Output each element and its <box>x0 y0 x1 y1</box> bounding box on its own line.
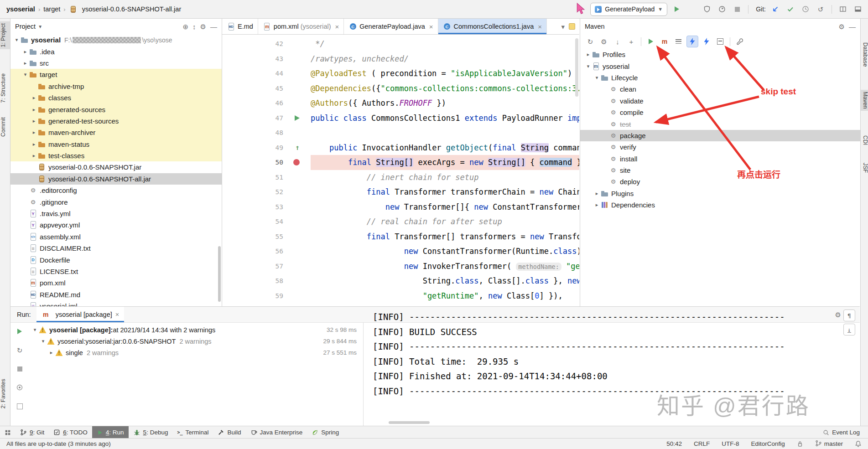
editor-tab[interactable]: CommonsCollections1.java× <box>438 19 547 34</box>
lightning-button[interactable] <box>701 36 712 47</box>
toolwindow-stripe-cdi[interactable]: CDI <box>861 134 868 147</box>
toolwindow-button-4-run[interactable]: 4: Run <box>92 426 129 439</box>
toolwindow-button-build[interactable]: Build <box>213 426 245 439</box>
line-separator[interactable]: CRLF <box>694 440 710 447</box>
editor-scrollbar[interactable] <box>575 38 578 97</box>
project-tree-item[interactable]: ▸maven-status <box>10 139 222 150</box>
build-console[interactable]: [INFO] ---------------------------------… <box>364 307 860 426</box>
breadcrumb-item[interactable]: target <box>43 5 60 13</box>
project-tree-item[interactable]: ▾target <box>10 69 222 80</box>
profiler-button[interactable] <box>717 4 728 15</box>
toolwindow-stripe-2-favorites[interactable]: 2: Favorites <box>0 377 10 410</box>
project-tree-item[interactable]: .editorconfig <box>10 185 222 196</box>
project-scrollbar[interactable] <box>218 246 221 302</box>
skip-tests-button[interactable] <box>686 36 698 47</box>
maven-tree-item-clean[interactable]: clean <box>580 83 860 95</box>
code-line[interactable]: 51 // inert chain for setup <box>222 170 579 185</box>
close-icon[interactable]: × <box>538 23 542 30</box>
scroll-to-end-icon[interactable]: ↓ <box>843 324 855 335</box>
hide-icon[interactable]: — <box>210 23 217 30</box>
settings-icon[interactable]: ⚙ <box>200 23 206 30</box>
run-tree-item[interactable]: ▸single2 warnings27 s 551 ms <box>29 347 363 358</box>
notifications-icon[interactable] <box>855 440 862 447</box>
breadcrumb-item[interactable]: ysoserial-0.0.6-SNAPSHOT-all.jar <box>69 5 182 13</box>
close-icon[interactable]: × <box>115 311 119 318</box>
code-line[interactable]: 53 new Transformer[]{ new ConstantTransf… <box>222 200 579 215</box>
run-tree-item[interactable]: ▾ysoserial [package]: at 2021/9/14 14:34… <box>29 324 363 335</box>
code-line[interactable]: 48 <box>222 125 579 140</box>
chevron-right-icon[interactable]: ▸ <box>585 52 592 57</box>
chevron-right-icon[interactable]: ▸ <box>48 350 55 356</box>
code-line[interactable]: 47public class CommonsCollections1 exten… <box>222 111 579 126</box>
rollback-button[interactable]: ↺ <box>815 4 826 15</box>
toolwindow-stripe-commit[interactable]: Commit <box>0 115 10 139</box>
cursor-button[interactable] <box>575 4 586 15</box>
settings-icon[interactable]: ⚙ <box>839 23 845 30</box>
project-tree-item[interactable]: ▸src <box>10 57 222 69</box>
maven-tree-item-profiles[interactable]: ▸Profiles <box>580 49 860 60</box>
project-tree-item[interactable]: ▸generated-sources <box>10 103 222 115</box>
maven-tree-item-ysoserial[interactable]: ▾ysoserial <box>580 60 860 72</box>
code-editor[interactable]: 42 */43/rawtypes, unchecked/44@PayloadTe… <box>222 35 579 306</box>
project-tree-item[interactable]: ▸test-classes <box>10 150 222 161</box>
toolwindow-stripe-jsf[interactable]: JSF <box>861 161 868 175</box>
maven-tree-item-validate[interactable]: validate <box>580 95 860 107</box>
project-tree-item[interactable]: ▸classes <box>10 92 222 103</box>
commit-button[interactable] <box>785 4 796 15</box>
coverage-button[interactable] <box>702 4 712 15</box>
code-line[interactable]: 57 new InvokerTransformer( methodName: "… <box>222 259 579 274</box>
download-sources-button[interactable]: ↓ <box>612 36 623 47</box>
event-log-button[interactable]: Event Log <box>823 429 868 436</box>
maven-tree-item-test[interactable]: test <box>580 118 860 129</box>
stop-button[interactable] <box>14 363 25 374</box>
chevron-right-icon[interactable]: ▸ <box>31 153 37 159</box>
project-tree-item[interactable]: ▸.idea <box>10 46 222 57</box>
chevron-right-icon[interactable]: ▸ <box>31 95 37 101</box>
close-icon[interactable]: × <box>429 23 433 30</box>
chevron-down-icon[interactable]: ▾ <box>40 338 47 344</box>
generate-sources-button[interactable]: ⚙ <box>598 36 609 47</box>
project-tree-item[interactable]: archive-tmp <box>10 81 222 92</box>
locate-icon[interactable]: ⊕ <box>182 23 188 30</box>
reload-button[interactable]: ↻ <box>585 36 596 47</box>
code-line[interactable]: 50 final String[] execArgs = new String[… <box>222 155 579 170</box>
project-tree-item[interactable]: DISCLAIMER.txt <box>10 243 222 254</box>
toolwindow-button-spring[interactable]: Spring <box>307 426 343 439</box>
toolwindow-switcher-icon[interactable] <box>0 426 16 439</box>
eye-button[interactable] <box>14 382 25 393</box>
chevron-right-icon[interactable]: ▸ <box>593 202 600 208</box>
horizontal-scrollbar[interactable] <box>389 421 430 424</box>
chevron-down-icon[interactable]: ▾ <box>561 23 565 30</box>
project-tree-item[interactable]: .travis.yml <box>10 208 222 219</box>
code-line[interactable]: 58 String.class, Class[].class }, new Ob… <box>222 274 579 289</box>
maven-tree-item-verify[interactable]: verify <box>580 141 860 153</box>
run-configuration-select[interactable]: GeneratePayload▼ <box>590 3 667 16</box>
chevron-down-icon[interactable]: ▾ <box>585 63 592 69</box>
toolwindow-stripe-database[interactable]: Database <box>861 41 868 69</box>
chevron-right-icon[interactable]: ▸ <box>31 129 37 135</box>
chevron-right-icon[interactable]: ▸ <box>593 191 600 196</box>
run-green-button[interactable] <box>645 36 656 47</box>
code-line[interactable]: 54 // real chain for after setup <box>222 214 579 229</box>
project-tree-item[interactable]: ysoserial-0.0.6-SNAPSHOT-all.jar <box>10 173 222 185</box>
run-gutter-icon[interactable] <box>295 115 300 121</box>
hide-icon[interactable]: — <box>849 23 856 30</box>
toolwindow-stripe-maven[interactable]: Maven <box>861 90 868 111</box>
maven-tree-item-install[interactable]: install <box>580 153 860 165</box>
wrench-button[interactable] <box>734 36 745 47</box>
soft-wrap-icon[interactable]: ¶ <box>843 310 855 321</box>
chevron-right-icon[interactable]: ▸ <box>31 107 37 113</box>
breadcrumb-item[interactable]: ysoserial <box>6 5 35 13</box>
git-branch-widget[interactable]: master <box>815 440 843 448</box>
project-tree-item[interactable]: Dockerfile <box>10 254 222 265</box>
chevron-down-icon[interactable]: ▼ <box>38 24 42 29</box>
toolwindow-button-9-git[interactable]: 9: Git <box>16 426 49 439</box>
code-line[interactable]: 44@PayloadTest ( precondition = "isAppli… <box>222 66 579 81</box>
chevron-right-icon[interactable]: ▸ <box>31 141 37 147</box>
list-button[interactable] <box>673 36 684 47</box>
close-icon[interactable]: × <box>335 23 339 30</box>
toolwindow-button-terminal[interactable]: >_Terminal <box>172 426 213 439</box>
chevron-right-icon[interactable]: ▸ <box>31 118 37 124</box>
code-line[interactable]: 55 final Transformer[] transformers = ne… <box>222 229 579 244</box>
project-tree-item[interactable]: appveyor.yml <box>10 219 222 231</box>
